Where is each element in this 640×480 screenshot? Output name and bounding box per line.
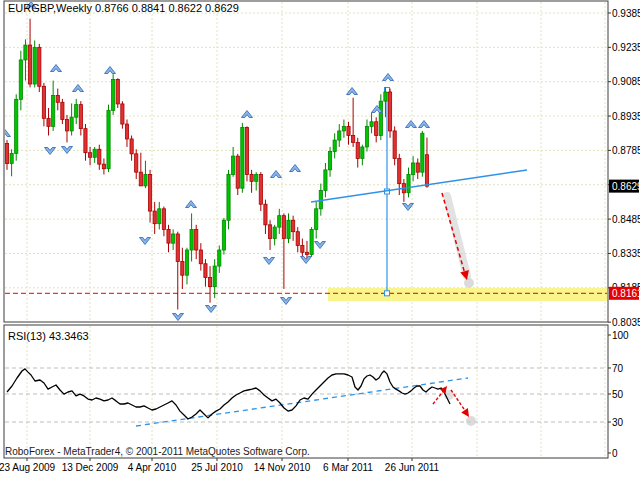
copyright-text: RoboForex - MetaTrader4, © 2001-2011 Met… <box>5 446 310 457</box>
rsi-axis-label: 70 <box>612 363 624 374</box>
rsi-indicator-label: RSI(13) 43.3463 <box>8 330 89 342</box>
price-axis-label: 0.8035 <box>612 317 640 328</box>
price-axis-label: 0.8785 <box>612 145 640 156</box>
time-axis-label: 4 Apr 2010 <box>128 462 177 473</box>
rsi-axis-label: 0 <box>612 448 618 459</box>
projection-handle[interactable] <box>385 291 390 296</box>
time-axis-label: 14 Nov 2010 <box>254 462 311 473</box>
price-badge-label: 0.8629 <box>612 181 640 192</box>
chart-title-ohlc: EURGBP,Weekly 0.8766 0.8841 0.8622 0.862… <box>8 2 239 14</box>
price-axis-label: 0.9235 <box>612 42 640 53</box>
time-axis-label: 25 Jul 2010 <box>191 462 243 473</box>
rsi-axis-label: 50 <box>612 389 624 400</box>
price-axis-label: 0.9385 <box>612 8 640 19</box>
price-axis-label: 0.8335 <box>612 248 640 259</box>
time-axis-label: 13 Dec 2009 <box>62 462 119 473</box>
mt4-chart-window: { "texts": { "title": "EURGBP,Weekly 0.8… <box>0 0 640 480</box>
price-badge-label: 0.8161 <box>612 288 640 299</box>
time-axis-label: 26 Jun 2011 <box>385 462 440 473</box>
price-axis-label: 0.8935 <box>612 111 640 122</box>
price-axis-label: 0.8485 <box>612 214 640 225</box>
time-axis-label: 6 Mar 2011 <box>323 462 373 473</box>
forex-chart-canvas: 0.93850.92350.90850.89350.87850.84850.83… <box>0 0 640 480</box>
price-axis-label: 0.9085 <box>612 76 640 87</box>
rsi-axis-label: 100 <box>612 330 629 341</box>
target-zone-band[interactable] <box>328 288 607 301</box>
time-axis-label: 23 Aug 2009 <box>0 462 56 473</box>
rsi-axis-label: 30 <box>612 417 624 428</box>
chart-background <box>0 0 640 480</box>
